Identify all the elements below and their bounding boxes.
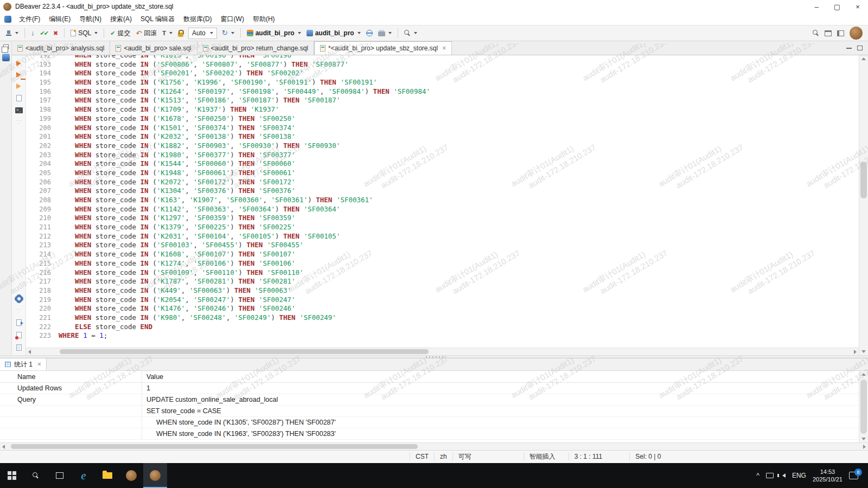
status-language[interactable]: zh: [434, 453, 452, 461]
search-button[interactable]: [402, 28, 419, 38]
results-vertical-scrollbar[interactable]: [859, 371, 868, 442]
maximize-button[interactable]: ▢: [827, 0, 847, 13]
task-view-button[interactable]: [48, 463, 72, 488]
column-header-name[interactable]: Name: [0, 371, 142, 382]
column-header-value[interactable]: Value: [142, 371, 868, 382]
maximize-editor-icon[interactable]: [857, 46, 863, 50]
dbeaver-active-taskbar-button[interactable]: [143, 463, 167, 488]
tray-clock[interactable]: 14:53 2025/10/21: [813, 468, 843, 483]
execute-new-tab-icon[interactable]: [16, 84, 21, 89]
tray-time: 14:53: [813, 468, 843, 476]
export-data-icon[interactable]: [16, 319, 22, 326]
execute-statement-icon[interactable]: [16, 61, 21, 66]
menu-item[interactable]: 数据库(D): [179, 14, 216, 25]
editor-horizontal-scrollbar[interactable]: [26, 348, 859, 355]
tab-statistics[interactable]: 统计 1 ×: [0, 358, 47, 370]
autocommit-select[interactable]: Auto: [188, 28, 217, 39]
line-number: 211: [26, 223, 56, 232]
cancel-execution-button[interactable]: ✖: [51, 28, 60, 38]
editor-vertical-scrollbar[interactable]: [859, 55, 868, 355]
fetch-button[interactable]: ↓: [29, 28, 37, 38]
minimize-button[interactable]: –: [806, 0, 827, 13]
print-button[interactable]: [376, 28, 394, 38]
menu-item[interactable]: SQL 编辑器: [136, 14, 179, 25]
table-row[interactable]: Updated Rows1: [0, 383, 868, 394]
scrollbar-thumb[interactable]: [60, 349, 429, 354]
lock-button[interactable]: [176, 28, 186, 38]
editor-layout-icon[interactable]: [837, 30, 844, 36]
scroll-down-icon[interactable]: [861, 350, 866, 353]
status-caret-position[interactable]: 3 : 1 : 111: [569, 453, 608, 461]
results-tab-close-icon[interactable]: ×: [37, 361, 41, 368]
scroll-left-icon[interactable]: [2, 445, 5, 449]
explain-plan-icon[interactable]: [16, 95, 22, 101]
menu-item[interactable]: 帮助(H): [248, 14, 279, 25]
menu-item[interactable]: 编辑(E): [44, 14, 75, 25]
network-profile-button[interactable]: [364, 28, 375, 38]
minimize-editor-icon[interactable]: [846, 48, 852, 49]
scrollbar-thumb[interactable]: [860, 380, 867, 434]
table-row[interactable]: WHEN store_code IN ('K1305', 'SF00287') …: [0, 417, 868, 428]
sql-console-icon[interactable]: >_: [15, 107, 23, 113]
validate-button[interactable]: ✔✔: [38, 28, 50, 38]
tray-volume-icon[interactable]: [782, 473, 786, 478]
scroll-left-icon[interactable]: [28, 350, 31, 354]
scroll-up-icon[interactable]: [861, 57, 866, 60]
menu-item[interactable]: 导航(N): [75, 14, 106, 25]
scrollbar-thumb[interactable]: [860, 162, 867, 198]
commit-button[interactable]: ✔提交: [108, 27, 132, 40]
code-line: 207 WHEN store_code IN ('K1304', 'SF0037…: [26, 187, 859, 196]
table-row[interactable]: QueryUPDATE custom_online_sale_abroad_lo…: [0, 394, 868, 406]
lock-icon: [178, 33, 183, 37]
tray-chevron-icon[interactable]: ^: [756, 472, 760, 479]
transaction-log-button[interactable]: ↻: [220, 28, 237, 38]
results-horizontal-scrollbar[interactable]: [0, 442, 868, 450]
close-button[interactable]: ×: [847, 0, 868, 13]
database-navigator-icon[interactable]: [2, 54, 10, 61]
scroll-right-icon[interactable]: [863, 445, 866, 449]
ie-browser-button[interactable]: e: [72, 463, 95, 488]
table-row[interactable]: WHEN store_code IN ('K1963', 'SF00283') …: [0, 428, 868, 440]
tray-language[interactable]: ENG: [792, 472, 806, 479]
editor-tab[interactable]: <audit_bi_pro> sale.sql: [110, 41, 197, 55]
database-select[interactable]: audit_bi_pro: [245, 28, 303, 38]
schema-select[interactable]: audit_bi_pro: [304, 28, 363, 38]
scroll-right-icon[interactable]: [854, 350, 857, 354]
status-insert-mode[interactable]: 智能插入: [524, 453, 561, 461]
rollback-button[interactable]: ↶回滚: [133, 27, 159, 40]
minimize-view-icon[interactable]: [825, 30, 832, 36]
editor-tab[interactable]: <audit_bi_pro> analysis.sql: [12, 41, 110, 55]
code-line: 204 WHEN store_code IN ('K1544', 'SF0006…: [26, 159, 859, 169]
code-line: 205 WHEN store_code IN ('K1948', 'SF0006…: [26, 169, 859, 178]
arrow-down-icon: ↓: [31, 30, 35, 36]
system-tray: ^ ENG 14:53 2025/10/21 8: [756, 468, 868, 483]
start-button[interactable]: [0, 463, 24, 488]
restore-panel-icon[interactable]: [3, 44, 9, 49]
execute-script-icon[interactable]: [16, 72, 21, 78]
menu-item[interactable]: 文件(F): [15, 14, 44, 25]
file-explorer-button[interactable]: [95, 463, 119, 488]
status-timezone[interactable]: CST: [410, 453, 434, 461]
transaction-mode-button[interactable]: T: [160, 28, 175, 38]
tray-display-icon[interactable]: [766, 473, 774, 478]
scroll-up-icon[interactable]: [861, 373, 866, 376]
save-file-icon[interactable]: [16, 332, 22, 338]
rollback-label: 回滚: [144, 29, 157, 38]
settings-gear-icon[interactable]: [16, 296, 22, 302]
open-spreadsheet-icon[interactable]: [16, 344, 22, 351]
new-connection-button[interactable]: [3, 28, 21, 38]
tab-close-icon[interactable]: ×: [442, 44, 446, 52]
quick-access-search-icon[interactable]: [813, 30, 819, 36]
taskbar-search-button[interactable]: [24, 463, 48, 488]
sql-editor[interactable]: 192 WHEN store_code IN ('K1813', 'SF0019…: [26, 55, 859, 348]
menu-item[interactable]: 搜索(A): [106, 14, 136, 25]
scroll-down-icon[interactable]: [861, 438, 866, 440]
menu-item[interactable]: 窗口(W): [216, 14, 248, 25]
dbeaver-taskbar-button[interactable]: [119, 463, 143, 488]
editor-tab[interactable]: <audit_bi_pro> return_change.sql: [197, 41, 314, 55]
sql-editor-button[interactable]: SQL: [68, 28, 100, 38]
action-center-icon[interactable]: 8: [849, 472, 858, 479]
table-row[interactable]: SET store_code = CASE: [0, 406, 868, 417]
editor-tab[interactable]: *<audit_bi_pro> update_sbz_store.sql×: [314, 41, 452, 55]
scrollbar-thumb[interactable]: [11, 444, 418, 449]
